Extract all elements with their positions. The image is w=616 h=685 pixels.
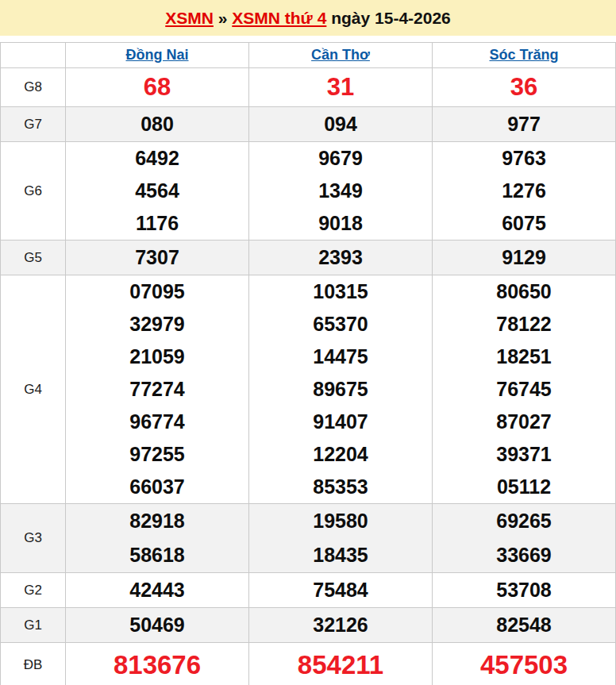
column-header-soc-trang: Sóc Trăng xyxy=(433,43,616,68)
result-cell-g2-col0: 42443 xyxy=(66,573,249,608)
result-number: 58618 xyxy=(66,538,248,572)
result-number: 21059 xyxy=(66,341,248,373)
column-header-dong-nai: Đồng Nai xyxy=(66,43,249,68)
prize-label-g2: G2 xyxy=(1,573,66,608)
corner-cell xyxy=(1,43,66,68)
result-cell-g5-col2: 9129 xyxy=(433,241,616,275)
result-cell-g2-col2: 53708 xyxy=(433,573,616,608)
result-number: 9679 xyxy=(249,142,432,175)
result-number: 75484 xyxy=(249,573,432,607)
prize-label-g6: G6 xyxy=(1,142,66,241)
result-number: 96774 xyxy=(66,406,248,438)
result-number: 080 xyxy=(66,107,248,141)
prize-row-g7: G7080094977 xyxy=(1,107,616,142)
prize-label-db: ĐB xyxy=(1,643,66,685)
result-number: 9018 xyxy=(249,207,432,240)
prize-row-g1: G1504693212682548 xyxy=(1,608,616,643)
result-number: 6075 xyxy=(433,207,615,240)
result-number: 82918 xyxy=(66,504,248,538)
result-cell-g5-col1: 2393 xyxy=(249,241,433,275)
result-cell-g1-col1: 32126 xyxy=(249,608,433,643)
result-cell-g3-col1: 1958018435 xyxy=(249,504,433,573)
result-number: 457503 xyxy=(433,643,615,685)
prize-row-g4: G407095329792105977274967749725566037103… xyxy=(1,275,616,504)
province-link-soc-trang[interactable]: Sóc Trăng xyxy=(489,47,558,63)
result-cell-g4-col0: 07095329792105977274967749725566037 xyxy=(66,275,249,504)
result-number: 14475 xyxy=(249,341,432,373)
prize-label-g1: G1 xyxy=(1,608,66,643)
result-number: 65370 xyxy=(249,308,432,341)
result-number: 9763 xyxy=(433,142,615,175)
result-cell-g5-col0: 7307 xyxy=(66,241,249,275)
result-cell-g1-col0: 50469 xyxy=(66,608,249,643)
result-number: 91407 xyxy=(249,406,432,438)
result-number: 4564 xyxy=(66,175,248,207)
result-number: 6492 xyxy=(66,142,248,175)
result-cell-db-col0: 813676 xyxy=(66,643,249,685)
date-text: ngày 15-4-2026 xyxy=(331,9,451,28)
result-number: 2393 xyxy=(249,241,432,275)
result-number: 813676 xyxy=(66,643,248,685)
result-number: 18435 xyxy=(249,538,432,572)
result-number: 76745 xyxy=(433,373,615,406)
result-number: 12204 xyxy=(249,438,432,471)
result-number: 82548 xyxy=(433,608,615,642)
result-number: 33669 xyxy=(433,538,615,572)
result-number: 07095 xyxy=(66,275,248,308)
result-number: 42443 xyxy=(66,573,248,607)
result-number: 68 xyxy=(66,68,248,106)
result-number: 85353 xyxy=(249,471,432,503)
result-cell-g7-col1: 094 xyxy=(249,107,433,142)
prize-label-g4: G4 xyxy=(1,275,66,504)
result-number: 18251 xyxy=(433,341,615,373)
result-number: 10315 xyxy=(249,275,432,308)
column-header-can-tho: Cần Thơ xyxy=(249,43,433,68)
result-cell-g2-col1: 75484 xyxy=(249,573,433,608)
result-cell-g3-col2: 6926533669 xyxy=(433,504,616,573)
result-number: 32126 xyxy=(249,608,432,642)
result-number: 77274 xyxy=(66,373,248,406)
column-header-row: Đồng Nai Cần Thơ Sóc Trăng xyxy=(1,43,616,68)
result-number: 31 xyxy=(249,68,432,106)
result-number: 66037 xyxy=(66,471,248,503)
result-number: 78122 xyxy=(433,308,615,341)
result-cell-db-col1: 854211 xyxy=(249,643,433,685)
result-number: 094 xyxy=(249,107,432,141)
result-cell-g7-col0: 080 xyxy=(66,107,249,142)
result-cell-g7-col2: 977 xyxy=(433,107,616,142)
result-number: 19580 xyxy=(249,504,432,538)
province-link-can-tho[interactable]: Cần Thơ xyxy=(311,47,370,63)
prize-label-g8: G8 xyxy=(1,68,66,107)
prize-row-db: ĐB813676854211457503 xyxy=(1,643,616,685)
result-cell-g1-col2: 82548 xyxy=(433,608,616,643)
result-number: 53708 xyxy=(433,573,615,607)
result-cell-db-col2: 457503 xyxy=(433,643,616,685)
result-cell-g3-col0: 8291858618 xyxy=(66,504,249,573)
page-header: XSMN » XSMN thứ 4 ngày 15-4-2026 xyxy=(0,0,616,36)
results-table: Đồng Nai Cần Thơ Sóc Trăng G8683136G7080… xyxy=(0,42,616,685)
prize-row-g6: G6649245641176967913499018976312766075 xyxy=(1,142,616,241)
result-cell-g6-col0: 649245641176 xyxy=(66,142,249,241)
xsmn-link[interactable]: XSMN xyxy=(165,9,214,28)
result-number: 39371 xyxy=(433,438,615,471)
result-number: 9129 xyxy=(433,241,615,275)
result-cell-g6-col1: 967913499018 xyxy=(249,142,433,241)
result-cell-g8-col0: 68 xyxy=(66,68,249,107)
result-number: 854211 xyxy=(249,643,432,685)
result-cell-g6-col2: 976312766075 xyxy=(433,142,616,241)
result-number: 80650 xyxy=(433,275,615,308)
result-cell-g8-col2: 36 xyxy=(433,68,616,107)
result-number: 977 xyxy=(433,107,615,141)
prize-row-g2: G2424437548453708 xyxy=(1,573,616,608)
province-link-dong-nai[interactable]: Đồng Nai xyxy=(126,47,189,63)
prize-row-g8: G8683136 xyxy=(1,68,616,107)
result-cell-g8-col1: 31 xyxy=(249,68,433,107)
prize-label-g3: G3 xyxy=(1,504,66,573)
xsmn-day-link[interactable]: XSMN thứ 4 xyxy=(232,9,326,28)
result-number: 32979 xyxy=(66,308,248,341)
result-number: 1276 xyxy=(433,175,615,207)
result-cell-g4-col2: 80650781221825176745870273937105112 xyxy=(433,275,616,504)
result-cell-g4-col1: 10315653701447589675914071220485353 xyxy=(249,275,433,504)
result-number: 1349 xyxy=(249,175,432,207)
result-number: 50469 xyxy=(66,608,248,642)
